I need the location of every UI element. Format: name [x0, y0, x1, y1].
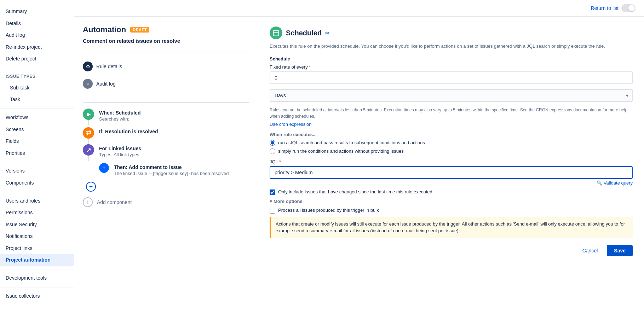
rule-details-icon: ⊙ — [83, 62, 93, 71]
radio-jql-input[interactable] — [270, 140, 275, 146]
when-rule-radio-group: run a JQL search and pass results to sub… — [270, 140, 633, 154]
jql-input[interactable] — [270, 166, 633, 179]
cancel-button[interactable]: Cancel — [577, 245, 604, 256]
sidebar-item-re-index[interactable]: Re-index project — [0, 41, 74, 53]
sidebar-item-components[interactable]: Components — [0, 177, 74, 189]
if-content[interactable]: If: Resolution is resolved — [99, 127, 158, 140]
sidebar-item-delete-project[interactable]: Delete project — [0, 53, 74, 65]
sidebar-item-summary[interactable]: Summary — [0, 6, 74, 18]
sidebar-divider-5 — [0, 269, 74, 269]
bulk-checkbox[interactable]: Process all issues produced by this trig… — [270, 208, 633, 214]
when-sub: Searches with: — [99, 116, 140, 122]
sidebar-item-project-automation[interactable]: Project automation — [0, 254, 74, 266]
radio-simple-input[interactable] — [270, 148, 275, 154]
radio-jql-search[interactable]: run a JQL search and pass results to sub… — [270, 140, 633, 146]
automation-header: Automation DRAFT — [83, 25, 249, 34]
days-select-group: Minutes Hours Days Weeks — [270, 89, 633, 102]
timeline-if: ⇄ If: Resolution is resolved — [83, 127, 249, 144]
rule-details-label: Rule details — [96, 64, 122, 69]
sidebar-item-fields[interactable]: Fields — [0, 135, 74, 147]
timeline-when: ▶ When: Scheduled Searches with: — [83, 109, 249, 127]
sidebar-divider-3 — [0, 162, 74, 162]
then-line — [104, 173, 104, 179]
include-changed-checkbox[interactable]: Only include issues that have changed si… — [270, 189, 633, 195]
jql-required: * — [279, 159, 281, 164]
days-select[interactable]: Minutes Hours Days Weeks — [270, 89, 633, 102]
timeline-for: ↗ For Linked issues Types: All link type… — [83, 144, 249, 163]
include-changed-label: Only include issues that have changed si… — [278, 189, 432, 194]
nav-rule-details[interactable]: ⊙ Rule details — [83, 58, 249, 75]
timeline-left-for: ↗ — [83, 144, 94, 161]
panel-description: Executes this rule on the provided sched… — [270, 43, 633, 50]
sidebar-item-notifications[interactable]: Notifications — [0, 230, 74, 243]
schedule-section-label: Schedule — [270, 56, 633, 62]
fixed-rate-input[interactable] — [270, 71, 633, 84]
for-content[interactable]: For Linked issues Types: All link types — [99, 144, 141, 163]
sidebar-item-issue-security[interactable]: Issue Security — [0, 219, 74, 231]
automation-toggle[interactable] — [621, 4, 636, 12]
nav-divider-top — [83, 52, 249, 52]
content-area: Automation DRAFT Comment on related issu… — [74, 17, 644, 321]
required-star: * — [309, 64, 311, 70]
svg-rect-0 — [274, 30, 279, 36]
for-sub: Types: All link types — [99, 152, 141, 157]
add-then-row: + — [83, 182, 96, 192]
sidebar-divider-2 — [0, 109, 74, 109]
nav-divider-bottom — [83, 102, 249, 103]
cron-expression-link[interactable]: Use cron expression — [270, 122, 312, 127]
sidebar-item-screens[interactable]: Screens — [0, 124, 74, 136]
sidebar-divider-6 — [0, 287, 74, 287]
validate-query-link[interactable]: 🔍 Validate query — [597, 180, 633, 186]
sidebar-item-development-tools[interactable]: Development tools — [0, 272, 74, 284]
then-content[interactable]: Then: Add comment to issue The linked is… — [114, 163, 229, 182]
panel-title: Scheduled — [286, 29, 322, 37]
radio-simple-run[interactable]: simply run the conditions and actions wi… — [270, 148, 633, 154]
automation-title: Automation — [83, 25, 126, 34]
bulk-input[interactable] — [270, 208, 275, 214]
radio-jql-label: run a JQL search and pass results to sub… — [278, 140, 425, 145]
sidebar-item-project-links[interactable]: Project links — [0, 243, 74, 255]
topbar: Return to list — [74, 0, 644, 17]
timeline-left-if: ⇄ — [83, 127, 94, 144]
add-component-label: Add component — [97, 199, 132, 205]
fixed-rate-label: Fixed rate of every * — [270, 64, 633, 70]
sidebar-item-permissions[interactable]: Permissions — [0, 207, 74, 219]
radio-simple-label: simply run the conditions and actions wi… — [278, 148, 404, 154]
sidebar-item-workflows[interactable]: Workflows — [0, 112, 74, 124]
nav-audit-log[interactable]: ≡ Audit log — [83, 75, 249, 92]
sidebar-item-details[interactable]: Details — [0, 18, 74, 30]
return-to-list-link[interactable]: Return to list — [591, 5, 619, 11]
for-icon: ↗ — [83, 144, 94, 156]
chevron-down-icon: ▾ — [270, 199, 272, 204]
then-title: Then: Add comment to issue — [114, 164, 229, 170]
days-select-wrapper: Minutes Hours Days Weeks — [270, 89, 633, 102]
add-step-button[interactable]: + — [86, 182, 96, 192]
panel-header: Scheduled ✏ — [270, 27, 633, 39]
warning-box: Actions that create or modify issues wil… — [270, 217, 633, 238]
for-title: For Linked issues — [99, 146, 141, 151]
sidebar-item-versions[interactable]: Versions — [0, 165, 74, 177]
sidebar-item-issue-types: Issue types — [0, 71, 74, 82]
when-title: When: Scheduled — [99, 110, 140, 116]
more-options-toggle[interactable]: ▾ More options — [270, 199, 633, 204]
draft-badge: DRAFT — [130, 27, 149, 33]
sidebar-item-task[interactable]: Task — [0, 94, 74, 106]
if-line — [88, 139, 89, 144]
audit-log-label: Audit log — [96, 81, 115, 87]
sidebar-item-sub-task[interactable]: Sub-task — [0, 82, 74, 94]
sidebar-divider-4 — [0, 192, 74, 192]
search-icon: 🔍 — [597, 180, 602, 186]
when-icon: ▶ — [83, 109, 94, 120]
jql-label: JQL * — [270, 159, 633, 164]
add-component-button[interactable]: + — [83, 197, 93, 207]
sidebar-item-issue-collectors[interactable]: Issue collectors — [0, 290, 74, 302]
when-content[interactable]: When: Scheduled Searches with: — [99, 109, 140, 127]
scheduled-icon — [270, 27, 282, 39]
edit-title-icon[interactable]: ✏ — [325, 30, 330, 36]
automation-timeline: ▶ When: Scheduled Searches with: ⇄ — [83, 109, 249, 207]
sidebar-item-users-roles[interactable]: Users and roles — [0, 195, 74, 207]
save-button[interactable]: Save — [607, 245, 633, 256]
sidebar-item-priorities[interactable]: Priorities — [0, 147, 74, 159]
include-changed-input[interactable] — [270, 189, 275, 195]
sidebar-item-audit-log[interactable]: Audit log — [0, 29, 74, 41]
